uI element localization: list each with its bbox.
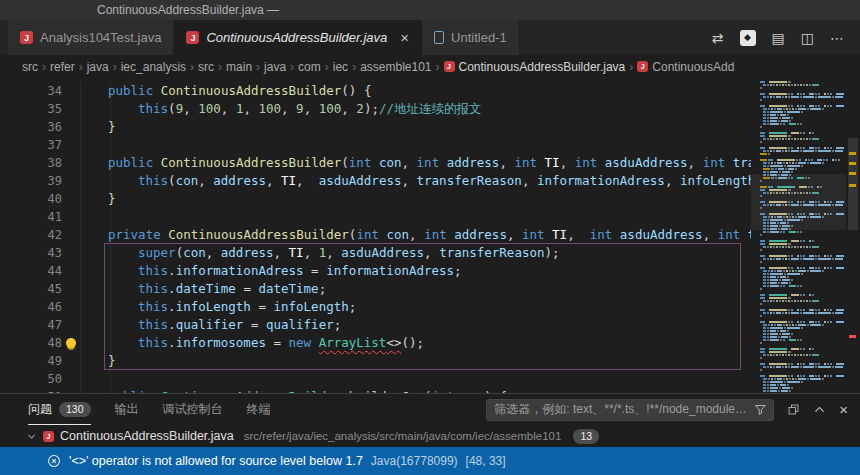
code-line-47[interactable]: 47this.qualifier = qualifier; — [0, 316, 751, 334]
code-text: this(9, 100, 1, 100, 9, 100, 2);//地址连续的报… — [62, 100, 482, 118]
code-text: this.informationAdress = informationAdre… — [62, 262, 462, 280]
code-line-51[interactable]: 51public ContinuousAddressBuilder builde… — [0, 388, 751, 393]
breadcrumb-item-main[interactable]: main — [226, 60, 252, 74]
problems-file-row[interactable]: J ContinuousAddressBuilder.java src/refe… — [0, 425, 860, 447]
line-number[interactable]: 34 — [0, 82, 62, 100]
panel-views-icon[interactable] — [787, 403, 800, 416]
code-text: public ContinuousAddressBuilder builderC… — [62, 388, 507, 393]
breadcrumb-item-assemble101[interactable]: assemble101 — [360, 60, 431, 74]
breadcrumb-item-iec[interactable]: iec — [333, 60, 348, 74]
code-line-38[interactable]: 38public ContinuousAddressBuilder(int co… — [0, 154, 751, 172]
panel-tab-问题[interactable]: 问题130 — [28, 394, 91, 425]
code-line-45[interactable]: 45this.dateTime = dateTime; — [0, 280, 751, 298]
code-line-37[interactable]: 37 — [0, 136, 751, 154]
breadcrumb-item-com[interactable]: com — [298, 60, 321, 74]
minimap-line — [753, 120, 844, 122]
lightbulb-icon[interactable] — [66, 338, 76, 348]
line-number[interactable]: 41 — [0, 208, 62, 226]
line-number[interactable]: 40 — [0, 190, 62, 208]
more-actions-icon[interactable]: ⋯ — [830, 31, 844, 45]
minimap-line — [753, 159, 844, 161]
code-line-35[interactable]: 35this(9, 100, 1, 100, 9, 100, 2);//地址连续… — [0, 100, 751, 118]
compare-changes-icon[interactable]: ⇄ — [712, 31, 724, 45]
minimap-line — [753, 261, 844, 263]
tab-untitled-1[interactable]: Untitled-1 — [422, 20, 520, 55]
java-file-icon: J — [43, 431, 54, 442]
panel-tab-调试控制台[interactable]: 调试控制台 — [163, 394, 223, 425]
close-icon[interactable]: × — [400, 30, 409, 45]
code-text: } — [62, 118, 116, 136]
tab-analysis104test-java[interactable]: JAnalysis104Test.java — [8, 20, 174, 55]
minimap-line — [753, 135, 844, 137]
line-number[interactable]: 35 — [0, 100, 62, 118]
minimap-line — [753, 204, 844, 206]
code-line-49[interactable]: 49} — [0, 352, 751, 370]
notebook-icon[interactable]: ▤ — [772, 31, 785, 45]
breadcrumb-item-iec-analysis[interactable]: iec_analysis — [121, 60, 186, 74]
code-line-48[interactable]: 48this.informosomes = new ArrayList<>(); — [0, 334, 751, 352]
line-number[interactable]: 38 — [0, 154, 62, 172]
code-line-34[interactable]: 34public ContinuousAddressBuilder() { — [0, 82, 751, 100]
minimap-line — [753, 96, 844, 98]
panel-tab-输出[interactable]: 输出 — [115, 394, 139, 425]
breadcrumb-label: main — [226, 60, 252, 74]
minimap[interactable] — [751, 78, 846, 393]
line-number[interactable]: 46 — [0, 298, 62, 316]
code-line-44[interactable]: 44this.informationAdress = informationAd… — [0, 262, 751, 280]
code-line-43[interactable]: 43super(con, address, TI, 1, asduAddress… — [0, 244, 751, 262]
problems-filter-input[interactable]: 筛选器，例如: text、**/*.ts、!**/node_modules… — [486, 399, 774, 421]
code-area[interactable]: 34public ContinuousAddressBuilder() {35t… — [0, 78, 751, 393]
line-number[interactable]: 49 — [0, 352, 62, 370]
breadcrumb[interactable]: src›refer›java›iec_analysis›src›main›jav… — [0, 55, 860, 78]
code-line-50[interactable]: 50 — [0, 370, 751, 388]
line-number[interactable]: 51 — [0, 388, 62, 393]
line-number[interactable]: 48 — [0, 334, 62, 352]
close-panel-icon[interactable]: × — [839, 402, 848, 417]
breadcrumb-item-continuousaddressbuilder-java[interactable]: JContinuousAddressBuilder.java — [444, 60, 626, 74]
breadcrumb-separator: › — [79, 60, 83, 74]
panel-tab-label: 调试控制台 — [163, 401, 223, 418]
line-number[interactable]: 37 — [0, 136, 62, 154]
maximize-panel-icon[interactable] — [813, 403, 826, 416]
editor: 34public ContinuousAddressBuilder() {35t… — [0, 78, 860, 393]
minimap-line — [753, 315, 844, 317]
code-line-42[interactable]: 42private ContinuousAddressBuilder(int c… — [0, 226, 751, 244]
line-number[interactable]: 50 — [0, 370, 62, 388]
line-number[interactable]: 36 — [0, 118, 62, 136]
line-number[interactable]: 47 — [0, 316, 62, 334]
tab-continuousaddressbuilder-java[interactable]: JContinuousAddressBuilder.java× — [174, 20, 422, 55]
line-number[interactable]: 39 — [0, 172, 62, 190]
panel-tab-终端[interactable]: 终端 — [247, 394, 271, 425]
minimap-line — [753, 384, 844, 386]
breadcrumb-item-continuousadd[interactable]: JContinuousAdd — [637, 60, 734, 74]
code-line-46[interactable]: 46this.infoLength = infoLength; — [0, 298, 751, 316]
code-line-36[interactable]: 36} — [0, 118, 751, 136]
minimap-line — [753, 279, 844, 281]
code-line-41[interactable]: 41 — [0, 208, 751, 226]
breadcrumb-item-src[interactable]: src — [198, 60, 214, 74]
code-text: public ContinuousAddressBuilder(int con,… — [62, 154, 751, 172]
minimap-line — [753, 144, 844, 146]
extension-diamond-icon[interactable]: ◆ — [740, 30, 756, 46]
problem-item-selected[interactable]: '<>' operator is not allowed for source … — [0, 447, 860, 475]
line-number[interactable]: 45 — [0, 280, 62, 298]
breadcrumb-item-java[interactable]: java — [264, 60, 286, 74]
code-text: this.dateTime = dateTime; — [62, 280, 326, 298]
editor-scrollbar[interactable] — [846, 78, 860, 393]
breadcrumb-item-src[interactable]: src — [22, 60, 38, 74]
line-number[interactable]: 44 — [0, 262, 62, 280]
code-line-40[interactable]: 40} — [0, 190, 751, 208]
minimap-line — [753, 372, 844, 374]
line-number[interactable]: 42 — [0, 226, 62, 244]
minimap-line — [753, 390, 844, 392]
code-text: } — [62, 352, 116, 370]
breadcrumb-item-refer[interactable]: refer — [50, 60, 75, 74]
line-number[interactable]: 43 — [0, 244, 62, 262]
minimap-line — [753, 342, 844, 344]
code-line-39[interactable]: 39this(con, address, TI, asduAddress, tr… — [0, 172, 751, 190]
split-editor-icon[interactable]: ◫ — [801, 31, 814, 45]
tab-bar: JAnalysis104Test.javaJContinuousAddressB… — [0, 20, 860, 55]
minimap-line — [753, 288, 844, 290]
problems-file-name: ContinuousAddressBuilder.java — [60, 429, 234, 443]
breadcrumb-item-java[interactable]: java — [87, 60, 109, 74]
